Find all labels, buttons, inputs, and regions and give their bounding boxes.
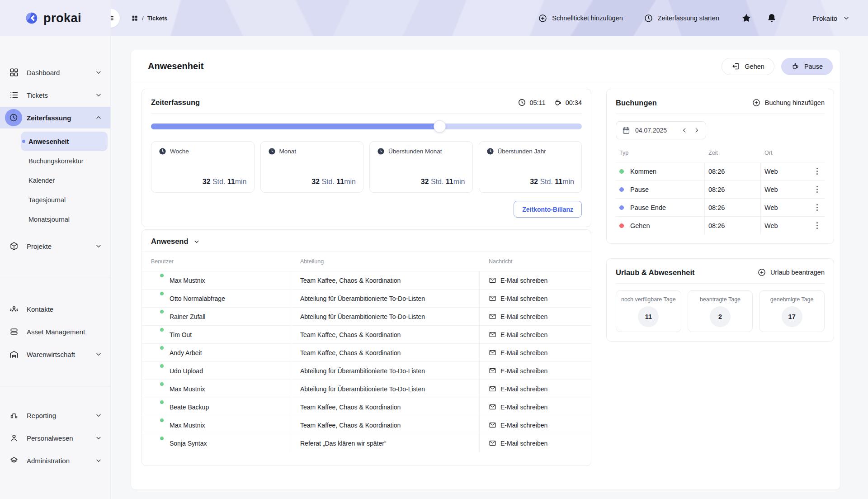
sidebar-item-tickets[interactable]: Tickets [0,84,110,106]
kebab-icon [816,204,818,211]
page-title: Anwesenheit [148,61,203,71]
attendance-row: Tim Out Team Kaffee, Chaos & Koordinatio… [142,325,591,343]
stat-value: 32 Std. 11min [530,178,574,186]
request-vacation-button[interactable]: Urlaub beantragen [757,268,825,277]
progress-handle[interactable] [434,120,446,133]
clock-filled-icon [268,147,276,155]
send-email-link[interactable]: E-Mail schreiben [489,403,547,411]
user-name: Sonja Syntax [170,440,207,447]
user-name: Udo Upload [170,367,203,375]
booking-type: Pause [630,186,649,193]
sidebar-item-projekte[interactable]: Projekte [0,235,110,257]
booking-menu-button[interactable] [810,181,825,198]
attendance-row: Max Mustnix Team Kaffee, Chaos & Koordin… [142,271,591,289]
send-email-link[interactable]: E-Mail schreiben [489,313,547,320]
envelope-icon [489,385,496,393]
sidebar-item-personalwesen[interactable]: Personalwesen [0,427,110,449]
notifications-bell-icon[interactable] [766,13,777,24]
add-booking-button[interactable]: Buchung hinzufügen [752,98,825,107]
sidebar-subitem-anwesenheit[interactable]: Anwesenheit [21,132,108,151]
column-ort: Ort [761,150,810,156]
clock-filled-icon [159,147,166,155]
user-avatar [790,10,807,27]
column-benutzer: Benutzer [142,258,291,265]
grid-icon[interactable] [131,14,138,22]
column-zeit: Zeit [705,150,761,156]
date-picker[interactable]: 04.07.2025 [616,121,706,139]
user-avatar [151,347,164,359]
envelope-icon [489,439,496,447]
sidebar-subitem-monatsjournal[interactable]: Monatsjournal [21,209,108,229]
user-name: Andy Arbeit [170,349,202,356]
stat-label: Monat [279,148,297,155]
warehouse-icon [9,349,19,359]
send-email-link[interactable]: E-Mail schreiben [489,367,547,375]
zeiterfassung-submenu: Anwesenheit Buchungskorrektur Kalender T… [0,132,110,229]
start-timer-button[interactable]: Zeiterfassung starten [644,14,719,23]
clock-icon [5,109,22,126]
urlaub-title: Urlaub & Abwesenheit [616,268,695,277]
booking-type-dot [619,169,624,174]
booking-time: 08:26 [705,199,761,216]
sidebar-item-warenwirtschaft[interactable]: Warenwirtschaft [0,343,110,365]
breadcrumb-section[interactable]: Tickets [147,15,168,22]
booking-location: Web [761,181,810,198]
user-avatar [151,419,164,432]
envelope-icon [489,313,496,320]
send-email-link[interactable]: E-Mail schreiben [489,276,547,284]
send-email-link[interactable]: E-Mail schreiben [489,295,547,302]
user-department: Referat „Das klären wir später“ [291,434,480,452]
sidebar-divider [0,386,110,386]
quick-ticket-button[interactable]: Schnellticket hinzufügen [538,14,623,23]
brand-logo-icon [25,12,38,24]
booking-row: Pause 08:26 Web [616,180,825,198]
send-email-link[interactable]: E-Mail schreiben [489,331,547,338]
send-email-link[interactable]: E-Mail schreiben [489,421,547,429]
cube-icon [9,241,19,251]
logo[interactable]: prokai [0,0,110,36]
user-avatar [151,383,164,395]
clock-filled-icon [486,147,494,155]
sidebar: prokai Dashboard Tickets Zeiterfassung A… [0,0,111,499]
breadcrumb: / Tickets [131,14,167,22]
clock-icon [644,14,653,23]
sidebar-item-administration[interactable]: Administration [0,450,110,471]
booking-menu-button[interactable] [810,217,825,234]
next-day-button[interactable] [693,127,700,133]
pause-button[interactable]: Pause [781,58,833,75]
sidebar-item-asset-management[interactable]: Asset Management [0,321,110,342]
envelope-icon [489,367,496,375]
send-email-link[interactable]: E-Mail schreiben [489,349,547,356]
sidebar-item-zeiterfassung[interactable]: Zeiterfassung [0,107,110,128]
chevron-down-icon[interactable] [193,238,200,245]
vacation-stat-card: genehmigte Tage 17 [759,290,825,332]
zeitkonto-balance-button[interactable]: Zeitkonto-Billanz [514,201,582,218]
plus-circle-icon [752,98,761,107]
user-avatar [151,274,164,287]
sidebar-item-reporting[interactable]: Reporting [0,404,110,426]
user-name: Rainer Zufall [170,313,205,320]
buchungen-card: Buchungen Buchung hinzufügen 04.07.2025 [606,89,834,244]
user-name: Max Mustnix [170,277,205,284]
booking-type-dot [619,187,624,192]
go-button[interactable]: Gehen [722,58,774,75]
user-department: Team Kaffee, Chaos & Koordination [291,326,480,343]
plus-circle-icon [538,14,547,23]
user-menu[interactable]: Prokaito [790,10,850,27]
sidebar-subitem-kalender[interactable]: Kalender [21,171,108,190]
sidebar-subitem-buchungskorrektur[interactable]: Buchungskorrektur [21,151,108,171]
booking-menu-button[interactable] [810,162,825,180]
booking-type: Kommen [630,168,656,175]
sidebar-item-dashboard[interactable]: Dashboard [0,62,110,83]
favorites-star-icon[interactable] [741,13,752,24]
brand-name: prokai [43,11,81,25]
previous-day-button[interactable] [681,127,688,133]
sidebar-item-kontakte[interactable]: Kontakte [0,298,110,320]
sidebar-subitem-tagesjournal[interactable]: Tagesjournal [21,190,108,209]
anwesend-table-body: Max Mustnix Team Kaffee, Chaos & Koordin… [142,271,591,452]
booking-menu-button[interactable] [810,199,825,216]
send-email-link[interactable]: E-Mail schreiben [489,385,547,393]
attendance-row: Max Mustnix Team Kaffee, Chaos & Koordin… [142,416,591,434]
send-email-link[interactable]: E-Mail schreiben [489,439,547,447]
kebab-icon [816,168,818,175]
